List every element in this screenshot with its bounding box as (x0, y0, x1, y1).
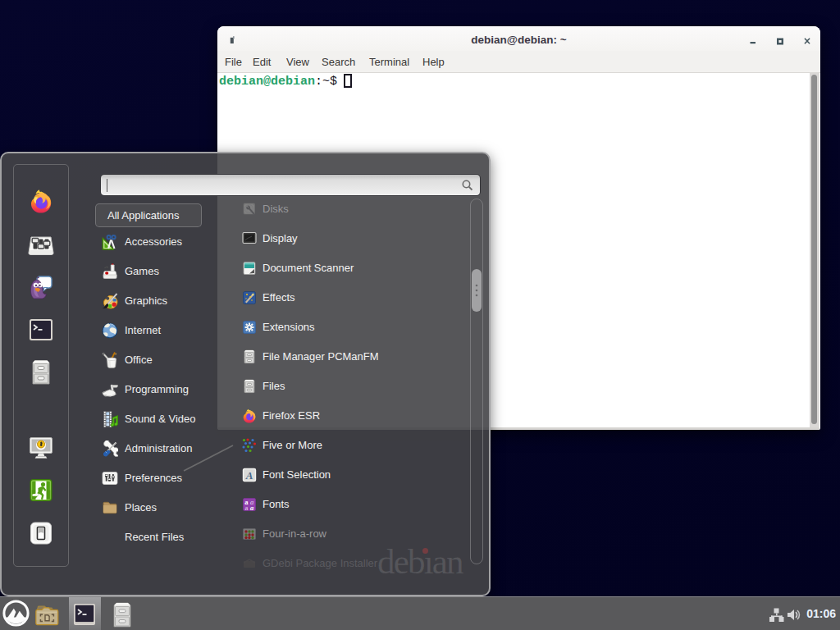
svg-text:a: a (245, 504, 249, 512)
svg-text:A: A (245, 469, 253, 482)
